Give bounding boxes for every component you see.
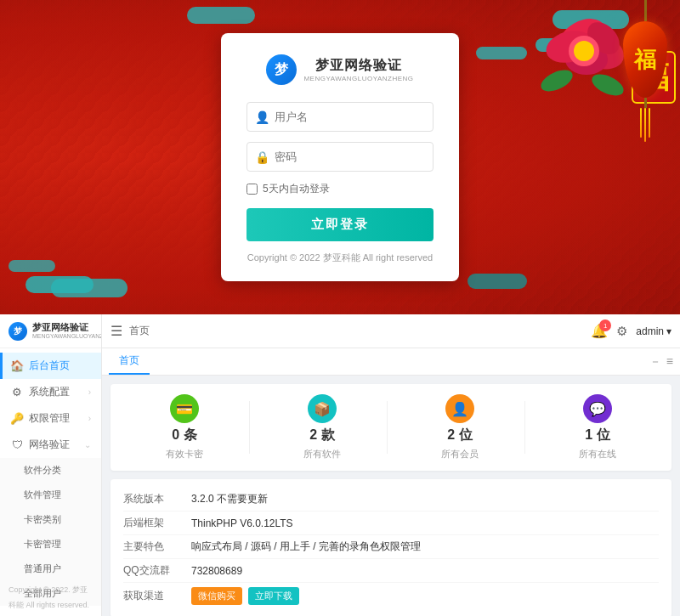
login-button[interactable]: 立即登录 xyxy=(246,208,434,241)
stat-value-1: 2 款 xyxy=(309,427,334,444)
password-group: 🔒 xyxy=(246,142,434,172)
info-value-version: 3.2.0 不需要更新 xyxy=(191,492,659,506)
settings-icon[interactable]: ⚙ xyxy=(616,324,627,339)
arrow-icon-2: › xyxy=(88,414,91,423)
info-label-framework: 后端框架 xyxy=(123,516,183,530)
stat-icon-online: 💬 xyxy=(583,394,612,423)
lantern-deco: 福 xyxy=(623,0,667,142)
stat-value-3: 1 位 xyxy=(585,427,609,444)
info-label-features: 主要特色 xyxy=(123,540,183,554)
info-panel: 系统版本 3.2.0 不需要更新 后端框架 ThinkPHP V6.0.12LT… xyxy=(110,479,672,616)
sidebar-subitem-softmgr[interactable]: 软件管理 xyxy=(0,483,101,507)
tab-home[interactable]: 首页 xyxy=(109,348,150,375)
sidebar-footer-text: Copyright © 2022. 梦亚科能 All rights reserv… xyxy=(8,585,89,609)
sidebar-logo-en: MENGYAWANGLUOYANZHENG xyxy=(32,333,102,340)
sidebar-subitem-cardmgr[interactable]: 卡密管理 xyxy=(0,532,101,557)
topbar: ☰ 首页 🔔 1 ⚙ admin ▾ xyxy=(102,314,680,348)
sidebar-item-home[interactable]: 🏠 后台首页 xyxy=(0,353,101,379)
stat-label-2: 所有会员 xyxy=(441,448,479,461)
info-value-framework: ThinkPHP V6.0.12LTS xyxy=(191,517,659,529)
copyright-text: Copyright © 2022 梦亚科能 All right reserved xyxy=(247,252,433,263)
stat-icon-software: 📦 xyxy=(308,394,337,423)
username-display: admin xyxy=(636,325,664,337)
stat-card-密: 💳 0 条 有效卡密 xyxy=(119,394,250,461)
remember-checkbox[interactable] xyxy=(246,184,258,195)
password-input[interactable] xyxy=(246,142,434,172)
sidebar-logo: 梦 梦亚网络验证 MENGYAWANGLUOYANZHENG xyxy=(0,314,101,348)
tab-bar: 首页 － ≡ xyxy=(102,348,680,376)
notification-bell[interactable]: 🔔 1 xyxy=(591,323,608,339)
topbar-right: 🔔 1 ⚙ admin ▾ xyxy=(591,323,672,339)
stat-icon-card: 💳 xyxy=(170,394,199,423)
logo-icon: 梦 xyxy=(266,54,297,85)
user-arrow-icon: ▾ xyxy=(666,325,672,337)
tab-controls: － ≡ xyxy=(649,354,673,370)
verify-icon: 🛡 xyxy=(10,438,24,451)
content-area: 💳 0 条 有效卡密 📦 2 款 所有软件 👤 2 位 所有会员 💬 1 位 xyxy=(102,376,680,616)
bell-badge: 1 xyxy=(599,319,611,331)
logo-en: MENGYAWANGLUOYANZHENG xyxy=(303,75,413,82)
subitem-label-0: 软件分类 xyxy=(24,464,61,477)
username-group: 👤 xyxy=(246,102,434,132)
sidebar-item-system[interactable]: ⚙ 系统配置 › xyxy=(0,379,101,405)
sidebar-system-label: 系统配置 xyxy=(29,385,70,399)
stats-row: 💳 0 条 有效卡密 📦 2 款 所有软件 👤 2 位 所有会员 💬 1 位 xyxy=(110,384,672,471)
subitem-label-1: 软件管理 xyxy=(24,489,61,501)
info-label-qq: QQ交流群 xyxy=(123,563,183,578)
stat-icon-members: 👤 xyxy=(445,394,474,423)
info-label-version: 系统版本 xyxy=(123,492,183,506)
sidebar-subitem-cardcat[interactable]: 卡密类别 xyxy=(0,507,101,532)
tab-more-icon[interactable]: ≡ xyxy=(666,354,673,370)
sidebar-footer: Copyright © 2022. 梦亚科能 All rights reserv… xyxy=(0,575,102,616)
download-button[interactable]: 立即下载 xyxy=(248,587,299,605)
menu-toggle-icon[interactable]: ☰ xyxy=(110,323,122,339)
info-value-features: 响应式布局 / 源码 / 用上手 / 完善的录角色权限管理 xyxy=(191,540,659,554)
arrow-icon-3: ⌄ xyxy=(84,440,91,449)
stat-label-3: 所有在线 xyxy=(579,448,616,461)
svg-point-6 xyxy=(574,41,594,61)
login-copyright: Copyright © 2022 梦亚科能 All right reserved xyxy=(246,251,434,264)
remember-label: 5天内自动登录 xyxy=(263,182,330,196)
info-row-qq: QQ交流群 732808689 xyxy=(123,559,659,583)
sidebar-item-verify[interactable]: 🛡 网络验证 ⌄ xyxy=(0,432,101,458)
stat-software: 📦 2 款 所有软件 xyxy=(257,394,388,461)
cloud-deco-1 xyxy=(187,7,255,24)
sidebar-home-label: 后台首页 xyxy=(29,359,70,373)
info-value-qq: 732808689 xyxy=(191,565,659,577)
auth-icon: 🔑 xyxy=(10,412,24,425)
tab-minus-icon[interactable]: － xyxy=(649,354,661,370)
sidebar-nav: 🏠 后台首页 ⚙ 系统配置 › 🔑 权限管理 › 🛡 网络验证 ⌄ 软件分类 xyxy=(0,348,101,610)
username-input[interactable] xyxy=(246,102,434,132)
stat-label-1: 所有软件 xyxy=(303,448,341,461)
cloud-deco-4 xyxy=(468,274,527,289)
info-row-version: 系统版本 3.2.0 不需要更新 xyxy=(123,488,659,511)
buy-button[interactable]: 微信购买 xyxy=(191,587,242,605)
logo-text: 梦亚网络验证 MENGYAWANGLUOYANZHENG xyxy=(303,57,413,82)
stat-online: 💬 1 位 所有在线 xyxy=(532,394,663,461)
logo-cn: 梦亚网络验证 xyxy=(315,57,402,75)
user-menu[interactable]: admin ▾ xyxy=(636,325,672,337)
sidebar-auth-label: 权限管理 xyxy=(29,411,70,426)
svg-point-7 xyxy=(538,65,576,95)
system-icon: ⚙ xyxy=(10,386,24,398)
stat-members: 👤 2 位 所有会员 xyxy=(394,394,525,461)
info-row-framework: 后端框架 ThinkPHP V6.0.12LTS xyxy=(123,511,659,535)
home-icon: 🏠 xyxy=(10,359,24,372)
svg-point-8 xyxy=(589,70,627,99)
subitem-label-3: 卡密管理 xyxy=(24,538,61,551)
login-section: 福 福 梦 梦亚网络验证 MENGYAWANGLUOYANZHENG � xyxy=(0,0,680,314)
tab-home-label: 首页 xyxy=(119,353,139,368)
arrow-icon-1: › xyxy=(88,387,91,397)
lock-icon: 🔒 xyxy=(255,150,269,164)
sidebar-logo-icon: 梦 xyxy=(8,322,27,341)
info-label-channel: 获取渠道 xyxy=(123,589,183,603)
dashboard-section: 梦 梦亚网络验证 MENGYAWANGLUOYANZHENG 🏠 后台首页 ⚙ … xyxy=(0,314,680,616)
sidebar-subitem-softcat[interactable]: 软件分类 xyxy=(0,458,101,483)
sidebar-item-auth[interactable]: 🔑 权限管理 › xyxy=(0,405,101,432)
info-value-channel: 微信购买 立即下载 xyxy=(191,587,659,605)
remember-me-group: 5天内自动登录 xyxy=(246,182,434,196)
user-icon: 👤 xyxy=(255,110,269,124)
subitem-label-4: 普通用户 xyxy=(24,562,61,575)
subitem-label-2: 卡密类别 xyxy=(24,513,61,526)
breadcrumb: 首页 xyxy=(129,324,150,338)
